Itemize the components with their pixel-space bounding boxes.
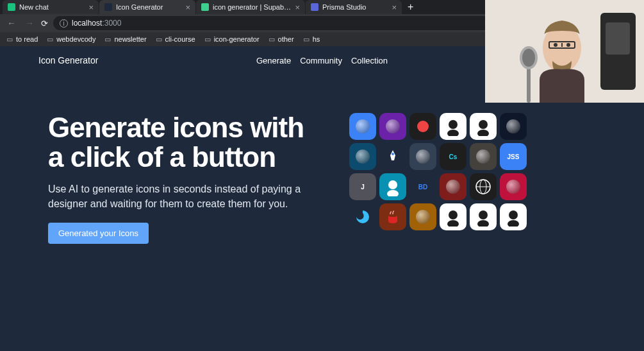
tab-title: Icon Generator: [116, 3, 181, 11]
tab-title: icon generator | Supabase: [213, 3, 291, 11]
tab-favicon: [201, 3, 209, 11]
generated-icon[interactable]: [379, 143, 406, 170]
bookmark-item[interactable]: ▭hs: [303, 35, 320, 44]
folder-icon: ▭: [6, 35, 13, 44]
bookmark-label: newsletter: [114, 35, 146, 43]
bookmark-item[interactable]: ▭cli-course: [156, 35, 195, 44]
tab-close-icon[interactable]: ×: [295, 3, 300, 12]
generated-icon[interactable]: Cs: [440, 143, 466, 170]
site-info-icon[interactable]: i: [60, 19, 68, 28]
bookmark-item[interactable]: ▭other: [268, 35, 294, 44]
generated-icon[interactable]: [349, 113, 376, 140]
svg-rect-19: [606, 22, 630, 55]
tab-close-icon[interactable]: ×: [88, 3, 94, 12]
svg-point-14: [477, 220, 489, 227]
reload-button[interactable]: ⟳: [41, 19, 48, 28]
svg-point-5: [388, 180, 397, 189]
browser-tab[interactable]: icon generator | Supabase×: [196, 0, 305, 14]
generated-icon[interactable]: [440, 113, 466, 140]
generated-icon[interactable]: [409, 113, 436, 140]
tab-title: Prisma Studio: [322, 3, 388, 11]
nav-link[interactable]: Generate: [256, 56, 291, 65]
bookmark-label: webdevcody: [56, 35, 95, 43]
svg-point-10: [388, 214, 397, 217]
generated-icon[interactable]: [500, 173, 527, 200]
browser-tab[interactable]: Prisma Studio×: [306, 0, 402, 14]
generated-icon[interactable]: [470, 143, 497, 170]
svg-point-24: [566, 43, 570, 47]
generated-icon[interactable]: [409, 203, 436, 230]
svg-point-6: [387, 190, 399, 196]
svg-point-23: [554, 43, 557, 47]
tab-favicon: [311, 3, 318, 11]
folder-icon: ▭: [204, 35, 211, 44]
tab-title: New chat: [19, 3, 85, 11]
tab-close-icon[interactable]: ×: [392, 3, 397, 12]
bookmark-label: hs: [313, 35, 320, 43]
generated-icon[interactable]: [409, 143, 436, 170]
nav-link[interactable]: Community: [300, 56, 342, 65]
browser-tab[interactable]: New chat×: [3, 0, 99, 14]
forward-button[interactable]: →: [23, 18, 36, 28]
generated-icon[interactable]: [379, 113, 406, 140]
folder-icon: ▭: [303, 35, 310, 44]
bookmark-item[interactable]: ▭webdevcody: [47, 35, 95, 44]
folder-icon: ▭: [47, 35, 53, 44]
generated-icon[interactable]: [470, 173, 497, 200]
svg-point-2: [479, 120, 488, 129]
browser-tab[interactable]: Icon Generator×: [99, 0, 195, 14]
bookmark-item[interactable]: ▭icon-generator: [204, 35, 260, 44]
generated-icon[interactable]: [500, 203, 527, 230]
folder-icon: ▭: [156, 35, 162, 44]
hero-text: Generate icons with a click of a button …: [48, 113, 324, 244]
new-tab-button[interactable]: +: [402, 1, 418, 13]
bookmark-label: icon-generator: [214, 35, 260, 43]
svg-point-13: [479, 210, 488, 219]
svg-point-0: [449, 120, 458, 129]
svg-point-11: [449, 210, 458, 219]
tab-close-icon[interactable]: ×: [185, 3, 190, 12]
generated-icon[interactable]: [349, 143, 376, 170]
svg-point-3: [477, 130, 489, 136]
svg-point-4: [392, 153, 394, 155]
url-port: :3000: [102, 19, 121, 28]
tab-favicon: [104, 3, 112, 11]
generated-icon[interactable]: [470, 113, 497, 140]
svg-point-16: [508, 220, 519, 227]
url-host: localhost: [72, 19, 102, 28]
generated-icon[interactable]: [349, 203, 376, 230]
folder-icon: ▭: [268, 35, 275, 44]
generated-icon[interactable]: [470, 203, 497, 230]
hero-subtitle: Use AI to generate icons in seconds inst…: [48, 182, 324, 211]
generated-icon[interactable]: JSS: [500, 143, 527, 170]
icon-grid: CsJSSJBD: [349, 113, 527, 244]
folder-icon: ▭: [104, 35, 111, 44]
generated-icon[interactable]: J: [349, 173, 376, 200]
svg-point-1: [447, 130, 459, 136]
bookmark-label: other: [278, 35, 294, 43]
bookmark-item[interactable]: ▭to read: [6, 35, 38, 44]
bookmark-item[interactable]: ▭newsletter: [104, 35, 146, 44]
nav-link[interactable]: Collection: [351, 56, 388, 65]
generated-icon[interactable]: BD: [409, 173, 436, 200]
generated-icon[interactable]: [379, 173, 406, 200]
nav-links: GenerateCommunityCollection: [256, 56, 388, 65]
generated-icon[interactable]: [440, 203, 466, 230]
bookmark-label: to read: [16, 35, 38, 43]
svg-point-12: [447, 220, 459, 227]
generated-icon[interactable]: [440, 173, 466, 200]
tab-favicon: [8, 3, 15, 11]
bookmark-label: cli-course: [165, 35, 195, 43]
svg-point-27: [522, 49, 535, 67]
svg-point-15: [509, 210, 518, 219]
back-button[interactable]: ←: [5, 18, 18, 28]
webcam-overlay: [485, 0, 644, 103]
cta-button[interactable]: Generated your Icons: [48, 223, 149, 244]
generated-icon[interactable]: [500, 113, 527, 140]
brand[interactable]: Icon Generator: [38, 55, 98, 65]
generated-icon[interactable]: [379, 203, 406, 230]
hero-title: Generate icons with a click of a button: [48, 113, 324, 172]
